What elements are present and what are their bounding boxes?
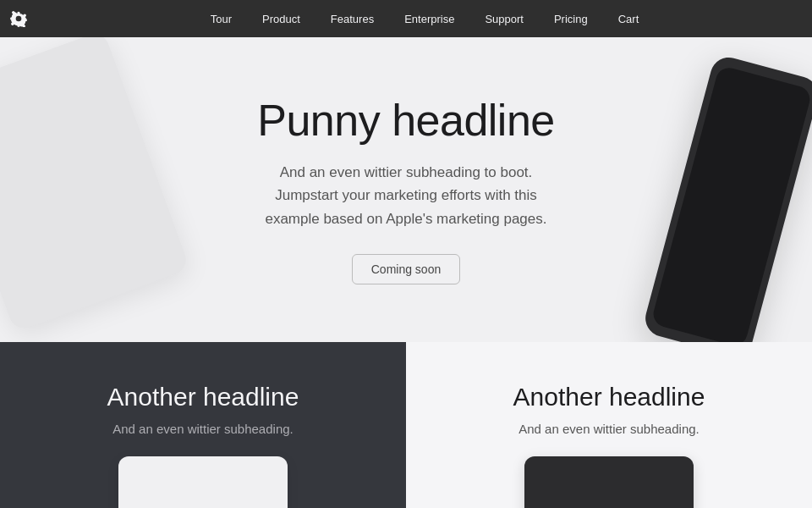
bottom-card-right: Another headline And an even wittier sub… <box>406 342 812 508</box>
logo-icon[interactable] <box>0 10 37 27</box>
navbar: Tour Product Features Enterprise Support… <box>0 0 812 37</box>
coming-soon-button[interactable]: Coming soon <box>352 254 461 284</box>
nav-item-support[interactable]: Support <box>469 0 539 37</box>
bottom-left-title: Another headline <box>107 383 299 411</box>
nav-item-cart[interactable]: Cart <box>603 0 655 37</box>
nav-item-enterprise[interactable]: Enterprise <box>389 0 469 37</box>
device-phone-right <box>641 53 812 342</box>
device-tablet-left <box>0 37 190 333</box>
bottom-card-left: Another headline And an even wittier sub… <box>0 342 406 508</box>
nav-item-pricing[interactable]: Pricing <box>539 0 603 37</box>
bottom-right-subtitle: And an even wittier subheading. <box>518 422 699 436</box>
nav-item-features[interactable]: Features <box>315 0 389 37</box>
nav-links: Tour Product Features Enterprise Support… <box>37 0 812 37</box>
nav-item-tour[interactable]: Tour <box>195 0 247 37</box>
hero-subtitle: And an even wittier subheading to boot. … <box>262 161 550 230</box>
bottom-right-title: Another headline <box>513 383 705 411</box>
hero-section: Punny headline And an even wittier subhe… <box>0 37 812 342</box>
hero-title: Punny headline <box>257 95 555 146</box>
bottom-left-subtitle: And an even wittier subheading. <box>112 422 293 436</box>
bottom-left-device <box>118 456 288 508</box>
device-phone-screen <box>650 65 812 342</box>
bottom-right-device <box>524 456 694 508</box>
nav-item-product[interactable]: Product <box>247 0 315 37</box>
hero-content: Punny headline And an even wittier subhe… <box>240 44 572 335</box>
bottom-row: Another headline And an even wittier sub… <box>0 342 812 508</box>
